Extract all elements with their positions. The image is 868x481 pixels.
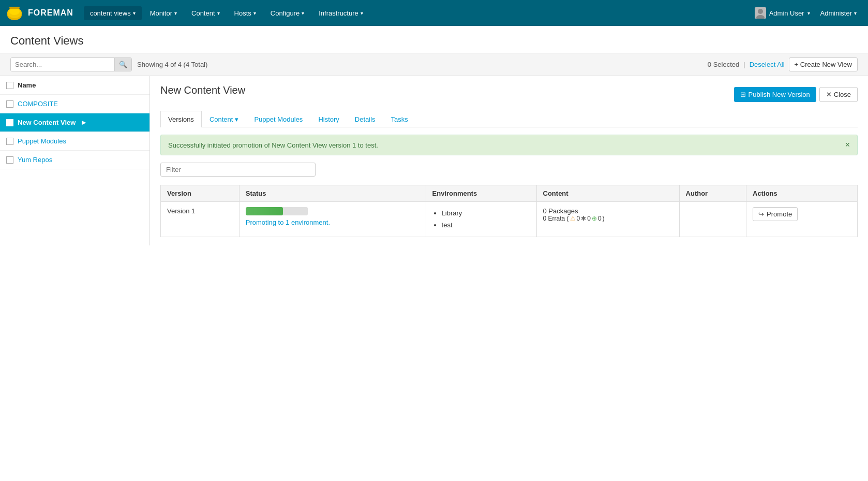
nav-administer[interactable]: Administer ▾ [814, 6, 863, 20]
nav-caret-2: ▾ [217, 10, 220, 16]
sidebar-checkbox-name[interactable] [6, 82, 13, 89]
tab-tasks[interactable]: Tasks [383, 111, 416, 127]
close-button[interactable]: ✕ Close [819, 87, 858, 102]
sidebar-checkbox-puppet[interactable] [6, 138, 13, 145]
nav-caret-3: ▾ [253, 10, 256, 16]
administer-caret: ▾ [854, 10, 857, 16]
actions-cell: ↪ Promote [746, 202, 858, 237]
publish-new-version-button[interactable]: ⊞ Publish New Version [734, 87, 816, 102]
nav-content[interactable]: Content ▾ [185, 6, 226, 20]
bug-count: 0 [587, 215, 591, 222]
tab-details[interactable]: Details [347, 111, 383, 127]
promoting-text: Promoting to 1 environment. [246, 218, 330, 226]
table-row: Version 1 Promoting to 1 environment. Li… [161, 202, 858, 237]
sidebar-checkbox-composite[interactable] [6, 100, 13, 108]
versions-table: Version Status Environments Content Auth… [160, 185, 858, 237]
col-content: Content [536, 185, 679, 202]
plus-count: 0 [598, 215, 602, 222]
success-alert: Successfully initiated promotion of New … [160, 135, 858, 155]
nav-caret-0: ▾ [133, 10, 136, 16]
user-menu[interactable]: Admin User ▾ [755, 7, 810, 19]
create-new-view-button[interactable]: + Create New View [789, 57, 858, 71]
progress-bar [246, 207, 308, 215]
sidebar-item-composite[interactable]: COMPOSITE [0, 95, 149, 113]
sidebar: Name COMPOSITE New Content View ▶ Puppet… [0, 76, 150, 245]
sidebar-puppet-label: Puppet Modules [18, 137, 66, 145]
nav-content-views[interactable]: content views ▾ [84, 6, 142, 20]
nav-caret-5: ▾ [361, 10, 363, 16]
logo-area: FOREMAN [5, 4, 73, 22]
sidebar-item-new-content-view[interactable]: New Content View ▶ [0, 113, 149, 132]
sidebar-yum-label: Yum Repos [18, 156, 52, 164]
search-button[interactable]: 🔍 [114, 58, 131, 71]
errata-label: 0 Errata ( [543, 215, 569, 222]
alert-message: Successfully initiated promotion of New … [168, 141, 378, 149]
version-label: Version 1 [167, 207, 195, 215]
sidebar-header-label: Name [18, 81, 36, 89]
version-cell: Version 1 [161, 202, 240, 237]
sidebar-item-yum-repos[interactable]: Yum Repos [0, 151, 149, 169]
search-box: 🔍 [10, 57, 132, 71]
main-area: Name COMPOSITE New Content View ▶ Puppet… [0, 76, 868, 245]
sidebar-ncv-arrow: ▶ [82, 119, 86, 126]
author-cell [679, 202, 746, 237]
warning-count: 0 [577, 215, 580, 222]
detail-title: New Content View [160, 84, 245, 96]
packages-text: 0 Packages [543, 207, 673, 215]
sidebar-item-name-header: Name [0, 76, 149, 95]
tabs: Versions Content ▾ Puppet Modules Histor… [160, 111, 858, 127]
toolbar-right: 0 Selected | Deselect All + Create New V… [708, 57, 858, 71]
nav-monitor[interactable]: Monitor ▾ [144, 6, 183, 20]
selected-count: 0 Selected [708, 61, 739, 68]
sidebar-checkbox-yum[interactable] [6, 156, 13, 164]
status-cell: Promoting to 1 environment. [239, 202, 426, 237]
tab-content[interactable]: Content ▾ [202, 111, 247, 127]
nav-infrastructure[interactable]: Infrastructure ▾ [312, 6, 369, 20]
tab-versions[interactable]: Versions [160, 111, 202, 127]
col-environments: Environments [426, 185, 536, 202]
col-actions: Actions [746, 185, 858, 202]
progress-bar-fill [246, 207, 283, 215]
bug-icon: ✱ [581, 215, 586, 222]
search-input[interactable] [11, 58, 114, 71]
tab-puppet-modules[interactable]: Puppet Modules [246, 111, 310, 127]
brand-name: FOREMAN [28, 8, 73, 18]
warning-icon: ⚠ [570, 215, 576, 222]
promote-button[interactable]: ↪ Promote [753, 207, 798, 221]
sidebar-item-puppet-modules[interactable]: Puppet Modules [0, 132, 149, 151]
nav-caret-1: ▾ [174, 10, 177, 16]
errata-close: ) [603, 215, 605, 222]
nav-items: content views ▾ Monitor ▾ Content ▾ Host… [84, 6, 755, 20]
showing-text: Showing 4 of 4 (4 Total) [137, 61, 702, 68]
tab-history[interactable]: History [310, 111, 347, 127]
detail-header: New Content View ⊞ Publish New Version ✕… [160, 84, 858, 105]
env-library: Library [442, 207, 530, 219]
toolbar: 🔍 Showing 4 of 4 (4 Total) 0 Selected | … [0, 53, 868, 76]
environments-cell: Library test [426, 202, 536, 237]
svg-point-5 [758, 9, 763, 14]
close-x-icon: ✕ [826, 91, 832, 98]
col-version: Version [161, 185, 240, 202]
top-nav: FOREMAN content views ▾ Monitor ▾ Conten… [0, 0, 868, 26]
nav-right: Admin User ▾ Administer ▾ [755, 6, 863, 20]
separator: | [743, 61, 745, 68]
deselect-all-link[interactable]: Deselect All [750, 61, 785, 68]
user-caret: ▾ [807, 10, 810, 16]
env-test: test [442, 219, 530, 231]
page-title: Content Views [10, 34, 858, 48]
versions-filter-input[interactable] [160, 163, 316, 177]
user-avatar [755, 7, 766, 19]
alert-close-button[interactable]: × [845, 140, 850, 150]
sidebar-checkbox-ncv[interactable] [6, 119, 13, 126]
nav-caret-4: ▾ [302, 10, 304, 16]
content-tab-caret: ▾ [235, 115, 238, 123]
nav-configure[interactable]: Configure ▾ [264, 6, 310, 20]
promote-icon: ↪ [758, 210, 764, 218]
sidebar-composite-label: COMPOSITE [18, 100, 58, 108]
errata-info: 0 Errata ( ⚠ 0 ✱ 0 ⊕ 0 ) [543, 215, 673, 222]
foreman-logo-icon [5, 4, 24, 22]
col-status: Status [239, 185, 426, 202]
svg-rect-3 [9, 7, 20, 9]
nav-hosts[interactable]: Hosts ▾ [228, 6, 262, 20]
table-header-row: Version Status Environments Content Auth… [161, 185, 858, 202]
